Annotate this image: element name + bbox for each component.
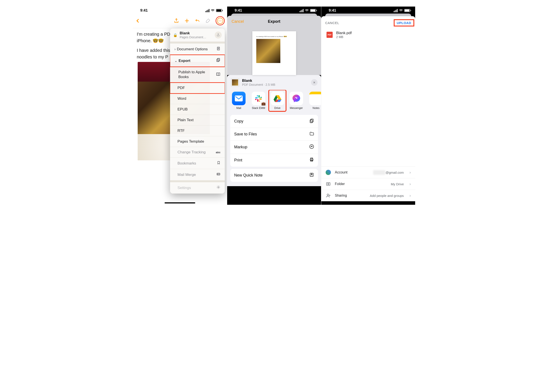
- status-time: 9:41: [140, 8, 148, 13]
- doc-title: Blank: [180, 31, 206, 35]
- svg-point-4: [218, 174, 218, 175]
- action-list-2: New Quick Note: [230, 169, 318, 182]
- menu-export-word[interactable]: Word: [170, 93, 225, 104]
- action-print[interactable]: Print: [230, 154, 318, 167]
- svg-rect-1: [217, 59, 219, 62]
- menu-change-tracking[interactable]: Change Tracking abc: [170, 147, 225, 158]
- brush-icon[interactable]: [205, 18, 211, 24]
- menu-export-template[interactable]: Pages Template: [170, 136, 225, 147]
- wifi-icon: [399, 8, 403, 13]
- app-label: Notes: [313, 106, 319, 110]
- cancel-button[interactable]: CANCEL: [325, 21, 339, 25]
- menu-settings[interactable]: Settings: [170, 182, 225, 194]
- filesize: 2 MB: [336, 35, 352, 39]
- filename: Blank.pdf: [336, 31, 352, 35]
- menu-document-options[interactable]: ›Document Options: [170, 43, 225, 55]
- label: Document Options: [177, 47, 208, 51]
- mail-merge-icon: [216, 172, 220, 177]
- cancel-button[interactable]: Cancel: [232, 19, 244, 24]
- upload-file-row[interactable]: PDF Blank.pdf 2 MB: [321, 29, 415, 41]
- more-button-highlight: •••: [216, 16, 225, 25]
- share-app-slack[interactable]: 💼 Slack EMM: [251, 92, 266, 110]
- status-time: 9:41: [329, 8, 336, 13]
- share-icon[interactable]: [174, 18, 179, 24]
- label: Save to Files: [234, 132, 257, 137]
- menu-publish-apple-books[interactable]: Publish to Apple Books: [170, 67, 225, 83]
- menu-export-plaintext[interactable]: Plain Text: [170, 115, 225, 126]
- menu-header: 🔒 Blank Pages Document…: [170, 28, 225, 42]
- label: Copy: [234, 119, 243, 124]
- cellular-icon: [300, 9, 304, 12]
- svg-point-19: [328, 183, 329, 185]
- action-copy[interactable]: Copy: [230, 115, 318, 128]
- menu-mail-merge[interactable]: Mail Merge: [170, 169, 225, 181]
- menu-bookmarks[interactable]: Bookmarks: [170, 158, 225, 169]
- folder-icon: [326, 181, 331, 187]
- add-icon[interactable]: [184, 18, 190, 24]
- label: New Quick Note: [234, 173, 263, 178]
- more-button[interactable]: •••: [217, 18, 223, 24]
- share-app-messenger[interactable]: Messenger: [289, 92, 304, 110]
- wifi-icon: [211, 8, 215, 13]
- svg-rect-18: [327, 183, 330, 185]
- label: Publish to Apple Books: [174, 70, 216, 79]
- copy-icon: [309, 118, 314, 124]
- label: Folder: [335, 182, 345, 186]
- pages-toolbar: •••: [133, 14, 227, 28]
- menu-export-pdf[interactable]: PDF: [170, 83, 225, 93]
- preview-text: I'm creating a PDF from scratch on my iP…: [256, 36, 292, 37]
- svg-rect-11: [310, 120, 313, 123]
- share-app-mail[interactable]: Mail: [231, 92, 246, 110]
- svg-rect-15: [311, 158, 313, 159]
- battery-icon: [310, 9, 316, 12]
- svg-rect-7: [255, 97, 258, 98]
- upload-button[interactable]: UPLOAD: [397, 21, 411, 25]
- app-label: Mail: [236, 106, 241, 110]
- action-markup[interactable]: Markup: [230, 141, 318, 154]
- share-app-drive[interactable]: Drive: [270, 91, 285, 111]
- action-new-quick-note[interactable]: New Quick Note: [230, 169, 318, 182]
- cellular-icon: [206, 9, 209, 12]
- undo-icon[interactable]: [195, 18, 200, 24]
- header-share-icon[interactable]: [215, 31, 222, 39]
- back-button[interactable]: [135, 18, 141, 24]
- close-button[interactable]: [311, 79, 318, 86]
- label: Settings: [178, 186, 191, 190]
- quick-note-icon: [309, 172, 314, 178]
- svg-rect-2: [218, 58, 220, 61]
- label: Plain Text: [178, 118, 193, 122]
- body-text: I have added this: [137, 48, 170, 53]
- label: Print: [234, 158, 242, 162]
- body-text: iPhone. 🤓🤓: [137, 38, 164, 43]
- share-file-subtitle: PDF Document · 2.5 MB: [242, 83, 275, 86]
- label: Mail Merge: [178, 173, 196, 177]
- cellular-icon: [394, 9, 398, 12]
- screen-drive-upload: 9:41 CANCEL UPLOAD PDF Blank.pdf 2 MB Ac…: [321, 7, 415, 205]
- menu-export[interactable]: ⌄Export: [170, 55, 225, 67]
- setting-account[interactable]: Account @gmail.com ›: [321, 167, 415, 178]
- svg-rect-6: [235, 96, 243, 101]
- svg-rect-16: [311, 160, 313, 161]
- setting-sharing[interactable]: Sharing Add people and groups ›: [321, 190, 415, 201]
- share-app-row[interactable]: Mail 💼 Slack EMM Drive Messenger Notes: [227, 90, 321, 113]
- share-app-notes[interactable]: Notes: [308, 92, 321, 110]
- setting-folder[interactable]: Folder My Drive ›: [321, 178, 415, 190]
- bookmark-icon: [217, 161, 220, 166]
- menu-export-rtf[interactable]: RTF: [170, 126, 225, 136]
- app-label: Drive: [274, 106, 281, 110]
- label: RTF: [178, 129, 185, 133]
- svg-point-5: [218, 187, 219, 188]
- home-indicator[interactable]: [164, 202, 195, 203]
- action-save-files[interactable]: Save to Files: [230, 128, 318, 141]
- sheet-backdrop: [325, 14, 411, 16]
- tracking-icon: abc: [216, 151, 220, 154]
- account-value: @gmail.com: [385, 171, 404, 174]
- label: PDF: [178, 86, 185, 90]
- action-list: Copy Save to Files Markup Print: [230, 115, 318, 167]
- page-icon: [216, 47, 220, 52]
- home-indicator[interactable]: [259, 202, 290, 203]
- menu-export-epub[interactable]: EPUB: [170, 104, 225, 115]
- label: Sharing: [335, 194, 347, 197]
- status-time: 9:41: [235, 8, 242, 13]
- label: EPUB: [178, 107, 188, 112]
